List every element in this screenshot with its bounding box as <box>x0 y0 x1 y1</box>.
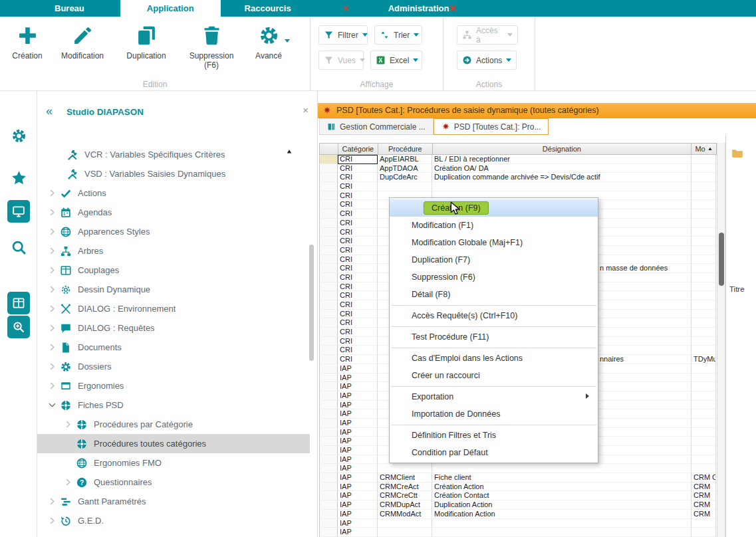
row-selector[interactable] <box>319 500 338 510</box>
cell-categorie[interactable]: IAP <box>338 382 378 391</box>
row-selector[interactable] <box>319 328 338 337</box>
cell-categorie[interactable]: CRI <box>338 337 378 346</box>
row-selector[interactable] <box>319 409 338 419</box>
context-menu-item-definition-filtres-et-tris[interactable]: Définition Filtres et Tris <box>390 427 598 444</box>
row-selector[interactable] <box>319 209 338 219</box>
row-selector[interactable] <box>319 519 338 528</box>
column-header-designation[interactable]: Désignation <box>433 144 692 154</box>
row-selector[interactable] <box>319 346 338 355</box>
cell-categorie[interactable]: CRI <box>338 346 378 355</box>
row-selector[interactable] <box>319 191 338 201</box>
cell-categorie[interactable]: IAP <box>338 464 378 473</box>
chevron-right-icon[interactable] <box>60 479 76 486</box>
cell-procedure[interactable]: CRMModAct <box>378 510 432 519</box>
table-row[interactable]: IAP <box>319 464 717 473</box>
cell-categorie[interactable]: IAP <box>338 419 378 428</box>
cell-mo[interactable] <box>692 173 716 182</box>
cell-mo[interactable] <box>692 209 716 219</box>
row-selector[interactable] <box>319 237 338 246</box>
cell-mo[interactable] <box>692 200 716 209</box>
row-selector[interactable] <box>319 300 338 310</box>
cell-mo[interactable] <box>692 337 716 346</box>
cell-mo[interactable] <box>692 328 716 337</box>
context-menu-item-cas-d-emploi-dans-les-actions[interactable]: Cas d'Emploi dans les Actions <box>390 350 598 367</box>
tree-item-vsd-variables-saisies-dynamiques[interactable]: VSD : Variables Saisies Dynamiques <box>37 164 310 183</box>
row-selector[interactable] <box>319 246 338 255</box>
filtrer-button[interactable]: Filtrer <box>318 25 368 45</box>
context-menu-item-modification-f1[interactable]: Modification (F1) <box>390 217 598 234</box>
row-selector[interactable] <box>319 310 338 319</box>
row-selector[interactable] <box>319 228 338 237</box>
cell-mo[interactable] <box>692 464 716 473</box>
cell-categorie[interactable]: CRI <box>338 209 378 219</box>
cell-mo[interactable]: CRM <box>692 510 716 519</box>
excel-button[interactable]: Excel <box>370 51 422 70</box>
chevron-right-icon[interactable] <box>44 209 60 216</box>
tree-item-dessin-dynamique[interactable]: Dessin Dynamique <box>37 280 310 299</box>
cell-mo[interactable] <box>692 155 716 164</box>
table-scrollbar[interactable] <box>717 143 725 537</box>
cell-mo[interactable] <box>692 401 716 410</box>
context-menu-item-condition-par-defaut[interactable]: Condition par Défaut <box>390 444 598 461</box>
cell-categorie[interactable]: IAP <box>338 409 378 419</box>
context-menu-item-exportation[interactable]: Exportation <box>390 388 598 405</box>
cell-procedure[interactable] <box>378 464 432 473</box>
context-menu-item-detail-f8[interactable]: Détail (F8) <box>390 286 598 303</box>
cell-mo[interactable]: TDyMu <box>692 355 716 364</box>
chevron-right-icon[interactable] <box>44 228 60 235</box>
cell-categorie[interactable]: CRI <box>338 164 378 173</box>
nav-search-icon[interactable] <box>7 236 30 259</box>
tree-scrollbar[interactable] <box>309 154 314 530</box>
row-selector[interactable] <box>319 428 338 437</box>
cell-procedure[interactable]: AppEIARBL <box>378 155 432 164</box>
cell-categorie[interactable]: IAP <box>338 528 378 537</box>
tree-item-ergonomies[interactable]: Ergonomies <box>37 376 310 395</box>
table-row[interactable]: CRIAppEIARBLBL / EDI à receptionner <box>319 155 717 164</box>
chevron-right-icon[interactable] <box>60 421 76 428</box>
cell-categorie[interactable]: CRI <box>338 273 378 282</box>
cell-mo[interactable] <box>692 291 716 300</box>
cell-mo[interactable] <box>692 255 716 265</box>
cell-designation[interactable]: Création Action <box>432 483 692 492</box>
scrollbar-thumb[interactable] <box>719 233 724 286</box>
nav-star-icon[interactable] <box>7 166 30 189</box>
row-selector[interactable] <box>319 200 338 209</box>
row-selector[interactable] <box>319 219 338 228</box>
row-selector[interactable] <box>319 483 338 492</box>
cell-designation[interactable]: Création Contact <box>432 491 692 500</box>
cell-categorie[interactable]: CRI <box>338 237 378 246</box>
cell-mo[interactable] <box>692 428 716 437</box>
cell-mo[interactable] <box>692 164 716 173</box>
cell-procedure[interactable] <box>378 528 432 537</box>
cell-mo[interactable] <box>692 419 716 428</box>
cell-mo[interactable] <box>692 346 716 355</box>
row-selector[interactable] <box>319 491 338 500</box>
cell-categorie[interactable]: IAP <box>338 437 378 446</box>
chevron-right-icon[interactable] <box>44 498 60 505</box>
row-selector[interactable] <box>319 364 338 374</box>
nav-monitor-icon[interactable] <box>7 200 30 223</box>
doc-tab-psd-toutes-cat[interactable]: PSD [Toutes Cat.]: Pro... <box>434 118 549 135</box>
row-selector[interactable] <box>319 318 338 328</box>
cell-designation[interactable]: Modification Action <box>432 510 692 519</box>
row-selector[interactable] <box>319 155 338 164</box>
row-selector[interactable] <box>319 437 338 446</box>
row-selector[interactable] <box>319 401 338 410</box>
menu-tab-application[interactable]: Application <box>120 0 221 17</box>
tree-item-vcr-variables-specifiques-criteres[interactable]: VCR : Variables Spécifiques Critères <box>37 145 310 164</box>
tree-item-dialog-requetes[interactable]: DIALOG : Requêtes <box>37 318 310 338</box>
cell-categorie[interactable]: CRI <box>338 191 378 201</box>
acces-a-button[interactable]: Accès à <box>457 25 518 45</box>
row-selector[interactable] <box>319 355 338 364</box>
chevron-right-icon[interactable] <box>44 247 60 255</box>
cell-categorie[interactable]: IAP <box>338 401 378 410</box>
nav-gear-icon[interactable] <box>7 124 30 147</box>
cell-mo[interactable] <box>692 382 716 391</box>
cell-mo[interactable] <box>692 182 716 191</box>
vues-button[interactable]: Vues <box>318 51 364 70</box>
cell-mo[interactable] <box>692 437 716 446</box>
cell-mo[interactable] <box>692 519 716 528</box>
cell-mo[interactable] <box>692 318 716 328</box>
cell-procedure[interactable]: CRMCreAct <box>378 483 432 492</box>
menu-tab-bureau[interactable]: Bureau <box>37 0 102 17</box>
